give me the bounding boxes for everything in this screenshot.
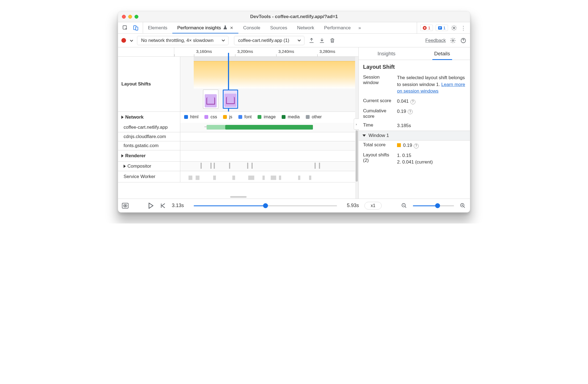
cumulative-score-value: 0.19 <box>397 109 406 114</box>
help-icon[interactable]: ? <box>408 109 413 114</box>
feedback-link[interactable]: Feedback <box>425 38 446 43</box>
devtools-window: DevTools - coffee-cart.netlify.app/?ad=1… <box>118 11 470 213</box>
recording-select[interactable]: coffee-cart.netlify.app (1) <box>234 36 304 45</box>
tab-elements-label: Elements <box>148 25 167 31</box>
playback-slider[interactable] <box>194 205 337 207</box>
tab-details[interactable]: Details <box>414 47 470 60</box>
network-host-row[interactable]: coffee-cart.netlify.app <box>118 123 180 132</box>
device-toggle-icon[interactable] <box>132 25 139 31</box>
layout-shift-item[interactable]: 1. 0.15 <box>397 152 466 159</box>
panel-settings-gear-icon[interactable] <box>450 37 456 44</box>
sidebar-collapse-toggle[interactable]: › <box>354 119 359 130</box>
window-zoom-icon[interactable] <box>135 15 138 19</box>
jump-start-icon[interactable] <box>160 202 166 209</box>
tabs-overflow[interactable]: » <box>356 22 364 33</box>
help-icon[interactable]: ? <box>414 144 419 148</box>
legend-css: css <box>210 114 217 119</box>
playback-speed[interactable]: x1 <box>364 202 382 210</box>
total-score-value: 0.19 <box>403 143 412 148</box>
tab-performance[interactable]: Performance <box>319 22 356 33</box>
details-pane: Insights Details Layout Shift Session wi… <box>359 47 470 199</box>
import-icon[interactable] <box>319 37 325 44</box>
issues-badge[interactable]: 1 <box>436 25 448 31</box>
throttling-value: No network throttling, 4× slowdown <box>141 38 213 43</box>
renderer-track[interactable] <box>180 150 358 160</box>
throttling-select[interactable]: No network throttling, 4× slowdown <box>137 36 229 45</box>
zoom-out-icon[interactable] <box>401 202 407 209</box>
network-host-row[interactable]: cdnjs.cloudflare.com <box>118 132 180 141</box>
help-icon[interactable]: ? <box>410 99 415 104</box>
delete-icon[interactable] <box>329 37 336 44</box>
window-close-icon[interactable] <box>122 15 126 19</box>
lane-service-worker-header[interactable]: Service Worker <box>118 171 180 182</box>
tab-perf-insights-label: Performance insights <box>177 25 221 31</box>
play-icon[interactable] <box>148 202 154 209</box>
service-worker-track[interactable] <box>180 171 358 182</box>
disclosure-triangle-icon <box>124 165 126 168</box>
network-track[interactable] <box>180 123 358 132</box>
zoom-slider[interactable] <box>413 205 454 207</box>
current-score-value: 0.041 <box>397 99 409 104</box>
layout-shifts-label: Layout shifts (2) <box>363 152 393 163</box>
current-score-label: Current score <box>363 98 393 104</box>
issues-count: 1 <box>443 25 446 30</box>
lane-compositor-header[interactable]: Compositor <box>118 162 180 171</box>
svg-rect-2 <box>136 27 138 30</box>
layout-shift-thumb-2-selected[interactable] <box>223 90 238 109</box>
tab-insights-label: Insights <box>378 51 395 57</box>
network-host-row[interactable]: fonts.gstatic.com <box>118 141 180 150</box>
network-request-bar[interactable] <box>225 125 313 130</box>
export-icon[interactable] <box>308 37 315 44</box>
session-window-value: The selected layout shift belongs to ses… <box>397 74 466 95</box>
window-1-header[interactable]: Window 1 <box>359 131 470 141</box>
record-button[interactable] <box>121 38 126 43</box>
compositor-track[interactable] <box>180 162 358 171</box>
network-legend: html css js font image media other <box>180 112 358 122</box>
close-tab-icon[interactable]: ✕ <box>230 25 233 30</box>
legend-html: html <box>190 114 198 119</box>
window-1-label: Window 1 <box>369 133 389 138</box>
help-icon[interactable] <box>460 37 467 44</box>
network-track[interactable] <box>180 141 358 150</box>
legend-other: other <box>312 114 322 119</box>
score-swatch-icon <box>397 143 401 147</box>
more-menu-icon[interactable]: ⋮ <box>460 25 467 31</box>
tab-elements[interactable]: Elements <box>143 22 172 33</box>
timeline-pane: 3,160ms 3,200ms 3,240ms 3,280ms Layout S… <box>118 47 359 199</box>
timeline-ruler[interactable]: 3,160ms 3,200ms 3,240ms 3,280ms <box>118 47 358 57</box>
inspect-icon[interactable] <box>122 25 129 31</box>
network-host-label: fonts.gstatic.com <box>124 143 159 148</box>
preview-toggle-icon[interactable] <box>122 202 129 209</box>
tab-console[interactable]: Console <box>238 22 265 33</box>
details-tabs: Insights Details <box>359 47 470 60</box>
ruler-tick-label: 3,240ms <box>278 49 294 54</box>
network-track[interactable] <box>180 132 358 141</box>
settings-gear-icon[interactable] <box>451 25 457 31</box>
tab-console-label: Console <box>243 25 260 31</box>
disclosure-triangle-icon <box>121 154 124 157</box>
horizontal-scroll-grip[interactable] <box>230 196 247 198</box>
legend-js: js <box>229 114 232 119</box>
cumulative-score-label: Cumulative score <box>363 108 393 119</box>
layout-shift-item-current[interactable]: 2. 0.041 (current) <box>397 159 466 166</box>
lane-renderer-header[interactable]: Renderer <box>118 150 180 161</box>
svg-point-5 <box>453 27 455 29</box>
lane-sw-label: Service Worker <box>124 174 155 179</box>
network-request-bar[interactable] <box>207 125 225 130</box>
tab-network[interactable]: Network <box>292 22 319 33</box>
total-score-label: Total score <box>363 142 393 148</box>
issue-icon <box>438 26 442 30</box>
tab-performance-insights[interactable]: Performance insights ✕ <box>172 22 238 33</box>
range-end-time: 5.93s <box>342 203 359 208</box>
errors-badge[interactable]: 1 <box>420 25 433 31</box>
record-menu[interactable] <box>130 38 133 43</box>
tab-insights[interactable]: Insights <box>359 47 414 60</box>
legend-image: image <box>264 114 276 119</box>
layout-shifts-track[interactable] <box>180 57 358 111</box>
window-minimize-icon[interactable] <box>128 15 132 19</box>
tab-sources[interactable]: Sources <box>265 22 292 33</box>
lane-network-header[interactable]: Network <box>118 112 180 123</box>
zoom-in-icon[interactable] <box>459 202 466 209</box>
layout-shift-thumb-1[interactable] <box>203 90 218 109</box>
lane-compositor-label: Compositor <box>127 164 151 169</box>
